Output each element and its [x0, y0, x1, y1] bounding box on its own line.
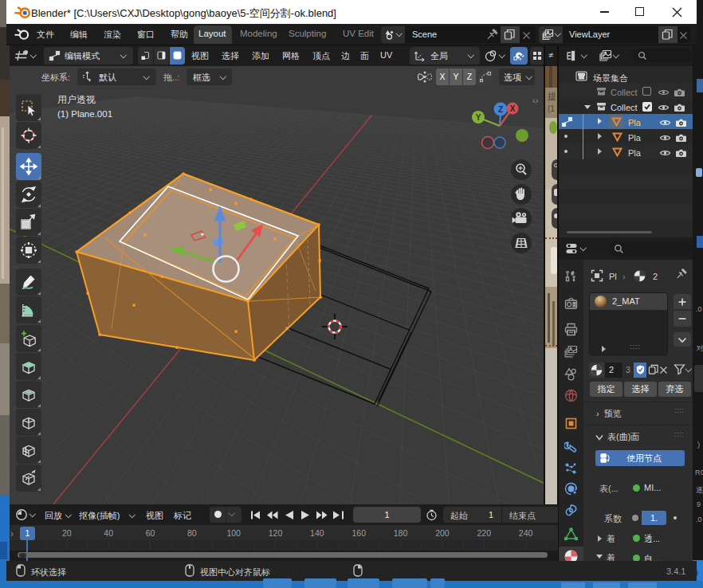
svg-text:用户透视: 用户透视 [57, 94, 96, 105]
svg-text:Y: Y [476, 113, 481, 122]
svg-text:‹›: ‹› [532, 96, 539, 105]
svg-text:(1) Plane.001: (1) Plane.001 [57, 109, 112, 119]
svg-text:X: X [510, 104, 516, 113]
svg-text:Z: Z [498, 105, 503, 114]
